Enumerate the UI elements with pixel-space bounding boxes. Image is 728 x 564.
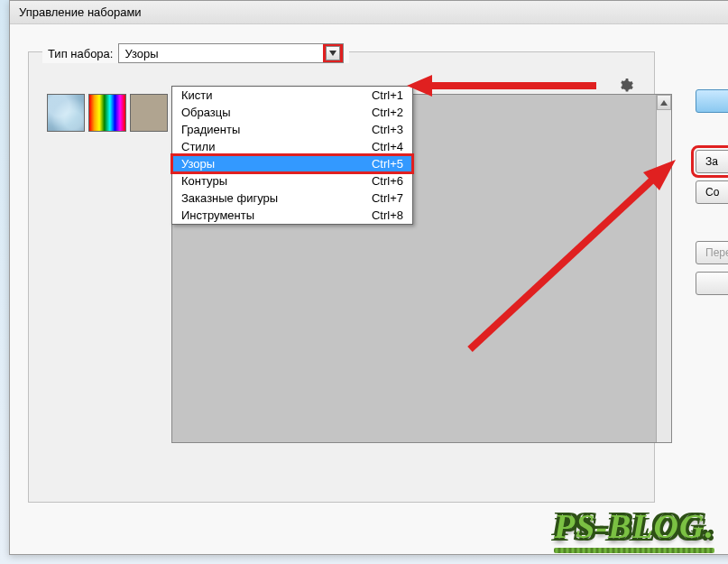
dropdown-arrow-button[interactable] bbox=[326, 46, 340, 60]
delete-button bbox=[696, 272, 728, 295]
preset-type-combo[interactable]: Узоры bbox=[118, 43, 344, 63]
load-button[interactable]: За bbox=[696, 150, 728, 173]
chevron-up-icon bbox=[660, 100, 668, 106]
preset-manager-window: Управление наборами Тип набора: Узоры bbox=[9, 0, 728, 555]
preset-type-legend: Тип набора: Узоры bbox=[42, 43, 349, 63]
combo-arrow-highlight bbox=[323, 44, 343, 62]
dropdown-item-contours[interactable]: Контуры Ctrl+6 bbox=[172, 172, 412, 190]
dropdown-item-custom-shapes[interactable]: Заказные фигуры Ctrl+7 bbox=[172, 190, 412, 207]
dropdown-item-tools[interactable]: Инструменты Ctrl+8 bbox=[172, 207, 412, 224]
chevron-down-icon bbox=[329, 51, 336, 56]
dropdown-item-styles[interactable]: Стили Ctrl+4 bbox=[172, 138, 412, 155]
window-content: Тип набора: Узоры bbox=[10, 24, 728, 552]
watermark-text: PS-BLOG. bbox=[554, 506, 714, 546]
pattern-thumb-texture[interactable] bbox=[130, 94, 168, 132]
pattern-thumb-bubbles[interactable] bbox=[47, 94, 85, 132]
done-button[interactable] bbox=[696, 89, 728, 113]
dropdown-item-patterns[interactable]: Узоры Ctrl+5 bbox=[172, 155, 412, 172]
dropdown-item-gradients[interactable]: Градиенты Ctrl+3 bbox=[172, 121, 412, 138]
gear-icon[interactable] bbox=[619, 79, 633, 93]
side-button-panel: За Со Пере bbox=[696, 89, 728, 295]
annotation-arrow-to-load bbox=[443, 160, 677, 358]
window-titlebar: Управление наборами bbox=[10, 1, 728, 24]
dropdown-item-swatches[interactable]: Образцы Ctrl+2 bbox=[172, 104, 412, 121]
preset-type-dropdown: Кисти Ctrl+1 Образцы Ctrl+2 Градиенты Ct… bbox=[171, 86, 413, 225]
dropdown-item-brushes[interactable]: Кисти Ctrl+1 bbox=[172, 87, 412, 104]
annotation-arrow-to-dropdown bbox=[407, 75, 596, 97]
pattern-thumb-rainbow[interactable] bbox=[88, 94, 126, 132]
window-title: Управление наборами bbox=[19, 5, 142, 19]
preset-thumbnails bbox=[47, 94, 168, 132]
preset-type-value: Узоры bbox=[119, 47, 323, 60]
save-set-button[interactable]: Со bbox=[696, 180, 728, 204]
scroll-up-arrow[interactable] bbox=[657, 95, 671, 110]
preset-type-label: Тип набора: bbox=[48, 47, 113, 60]
rename-button: Пере bbox=[696, 241, 728, 264]
